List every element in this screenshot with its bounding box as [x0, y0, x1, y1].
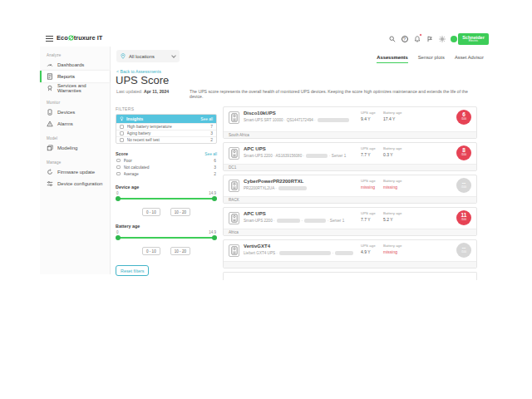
filter-count: 6	[214, 159, 216, 163]
slider-knob-min[interactable]	[116, 235, 121, 240]
score-see-all-link[interactable]: See all	[204, 152, 217, 156]
topbar-icons: ?	[388, 35, 457, 42]
sidebar-item-services-warranties[interactable]: Services and Warranties	[40, 82, 110, 94]
device-age-preset-2[interactable]: 10 - 20	[170, 208, 190, 216]
checkbox[interactable]	[120, 125, 124, 129]
redacted-text	[335, 251, 353, 255]
notifications-bell-icon[interactable]	[413, 35, 421, 42]
battery-age: Battery age 0.3 Y	[383, 146, 401, 157]
schneider-electric-logo[interactable]: Schneider Electric	[458, 33, 489, 45]
ups-age: UPS age 7.7 Y	[361, 211, 376, 222]
slider-track[interactable]	[116, 198, 216, 200]
tab-sensor-plots[interactable]: Sensor plots	[418, 55, 445, 63]
score-filter-rows: Poor 6 Not calculated 3 Average 2	[116, 157, 217, 177]
device-name[interactable]: APC UPS	[244, 211, 266, 216]
checkbox[interactable]	[116, 172, 121, 176]
filter-count: 3	[214, 165, 216, 170]
tab-asset-advisor[interactable]: Asset Advisor	[455, 55, 484, 63]
score-badge[interactable]: -- /100	[456, 243, 471, 258]
sidebar-section-monitor: Monitor	[47, 101, 110, 105]
battery-age-value: missing	[383, 185, 401, 190]
search-icon[interactable]	[388, 35, 396, 42]
device-card[interactable]: CyberPowerPR2200RTXL PR2200RTXL2UA · UPS…	[223, 175, 477, 204]
battery-age-title: Battery age	[116, 224, 217, 229]
battery-age-value: 0.3 Y	[383, 152, 401, 157]
battery-age-label: Battery age	[383, 146, 401, 150]
sidebar-item-label: Firmware update	[57, 170, 95, 175]
sidebar-item-modeling[interactable]: Modeling	[40, 142, 110, 154]
score-badge[interactable]: 6 /100	[456, 110, 471, 125]
device-card[interactable]: APC UPS Smart-UPS 2200 · AS1639156080 · …	[223, 142, 477, 171]
sidebar-item-firmware-update[interactable]: Firmware update	[40, 166, 110, 178]
device-age-min: 0	[116, 191, 119, 195]
ups-age: UPS age 4.9 Y	[361, 244, 376, 254]
sidebar-item-devices[interactable]: Devices	[40, 106, 110, 118]
device-name[interactable]: VertivGXT4	[244, 244, 270, 249]
score-badge[interactable]: 11 /100	[456, 210, 471, 225]
device-list: Disco10kUPS Smart-UPS SRT 10000 · QS1447…	[223, 106, 477, 280]
sidebar-item-dashboards[interactable]: Dashboards	[40, 59, 110, 71]
device-subtitle: PR2200RTXL2UA ·	[244, 186, 307, 190]
battery-age-preset-1[interactable]: 0 - 10	[142, 247, 160, 255]
location-filter-dropdown[interactable]: All locations	[116, 50, 180, 62]
help-icon[interactable]: ?	[401, 35, 408, 42]
ups-age-value: missing	[361, 185, 376, 190]
ups-age: UPS age 7.7 Y	[361, 146, 376, 157]
filter-label: No recent self test	[127, 138, 208, 142]
battery-age-max: 14.9	[209, 230, 216, 234]
device-card-partial[interactable]	[223, 272, 477, 280]
slider-knob-min[interactable]	[116, 196, 121, 201]
battery-age-preset-2[interactable]: 10 - 20	[170, 247, 190, 255]
filter-label: Average	[124, 172, 211, 176]
battery-age-label: Battery age	[383, 211, 401, 215]
battery-age-value: 5.2 Y	[383, 217, 401, 222]
ups-age-value: 7.7 Y	[361, 152, 376, 157]
device-age-preset-1[interactable]: 0 - 10	[142, 208, 160, 216]
device-subtitle: Liebert GXT4 UPS · ·	[244, 251, 353, 255]
feedback-flag-icon[interactable]	[426, 35, 433, 42]
checkbox[interactable]	[120, 131, 124, 135]
device-name[interactable]: CyberPowerPR2200RTXL	[244, 179, 303, 184]
score-denominator: /100	[456, 118, 471, 121]
device-name[interactable]: APC UPS	[244, 146, 266, 151]
ups-age-label: UPS age	[361, 179, 376, 183]
device-location: Africa	[224, 229, 476, 235]
sidebar-section-analyze: Analyze	[47, 53, 110, 57]
checkbox[interactable]	[116, 159, 121, 163]
ups-device-icon	[229, 111, 239, 124]
score-badge[interactable]: -- /100	[456, 178, 471, 193]
slider-knob-max[interactable]	[212, 196, 217, 201]
insights-see-all-link[interactable]: See all	[200, 117, 213, 121]
device-icon	[47, 109, 53, 116]
device-card[interactable]: APC UPS Smart-UPS 2200 · · · Server 1 UP…	[223, 207, 477, 236]
insights-header[interactable]: Insights See all	[116, 115, 216, 123]
ups-age-label: UPS age	[361, 244, 376, 248]
device-name[interactable]: Disco10kUPS	[244, 111, 276, 116]
filter-row-no-recent-self-test: No recent self test 2	[116, 136, 216, 143]
device-card[interactable]: Disco10kUPS Smart-UPS SRT 10000 · QS1447…	[223, 106, 477, 139]
device-card[interactable]: VertivGXT4 Liebert GXT4 UPS · · UPS age …	[223, 239, 477, 268]
settings-gear-icon[interactable]	[438, 35, 446, 42]
slider-knob-max[interactable]	[212, 235, 217, 240]
filter-label: Poor	[124, 159, 211, 163]
menu-icon[interactable]	[46, 36, 53, 42]
reset-filters-button[interactable]: Reset filters	[116, 265, 149, 276]
ecostruxure-glyph-icon	[68, 35, 74, 41]
insights-filter-box: Insights See all High battery temperatur…	[116, 114, 217, 144]
device-model-serial: Smart-UPS SRT 10000 · QS1447172494 ·	[244, 118, 316, 122]
sidebar-item-device-configuration[interactable]: Device configuration	[40, 178, 110, 190]
sidebar-item-alarms[interactable]: Alarms	[40, 118, 110, 130]
tab-assessments[interactable]: Assessments	[377, 55, 407, 63]
sidebar-item-reports[interactable]: Reports	[40, 71, 110, 82]
battery-age-value: missing	[383, 249, 401, 254]
ups-age-value: 7.7 Y	[361, 217, 376, 222]
battery-age: Battery age 5.2 Y	[383, 211, 401, 222]
checkbox[interactable]	[116, 165, 121, 170]
score-badge[interactable]: 8 /100	[456, 145, 471, 160]
ups-age-value: 9.4 Y	[361, 116, 376, 121]
filter-count: 2	[210, 138, 213, 142]
user-avatar[interactable]	[451, 36, 457, 42]
slider-track[interactable]	[116, 237, 216, 239]
checkbox[interactable]	[120, 138, 124, 142]
sidebar-item-label: Devices	[57, 110, 75, 115]
